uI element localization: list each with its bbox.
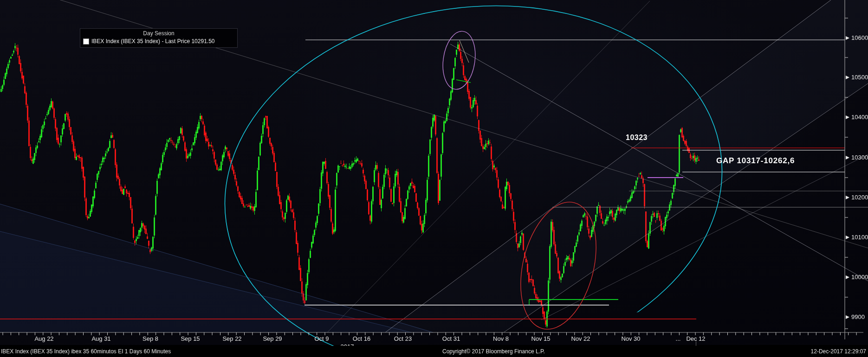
chart-legend[interactable]: Day Session IBEX Index (IBEX 35 Index) -… [80, 28, 238, 48]
x-axis-minor-ticks [3, 332, 856, 335]
x-axis-label: Nov 15 [525, 335, 557, 342]
legend-title: Day Session [80, 30, 237, 37]
trendline-asc-1[interactable] [385, 0, 831, 332]
y-axis-label: 10300 [851, 154, 868, 161]
annotation-overlay [0, 0, 868, 357]
x-axis-label: Oct 31 [435, 335, 467, 342]
y-axis-tick-arrow [846, 236, 849, 239]
x-axis-label: Nov 30 [615, 335, 647, 342]
x-axis-label: Aug 31 [85, 335, 117, 342]
x-axis-label: Oct 23 [387, 335, 419, 342]
flag-line-upper[interactable] [460, 40, 469, 63]
y-axis-label: 10500 [851, 74, 868, 81]
y-axis-label: 10100 [851, 234, 868, 241]
statusbar-timestamp: 12-Dec-2017 12:29:07 [811, 348, 866, 355]
x-axis-label: Nov 8 [485, 335, 517, 342]
x-axis-label: Sep 29 [256, 335, 289, 342]
y-axis-label: 10400 [851, 114, 868, 121]
rising-channel-glow [385, 0, 868, 332]
y-axis-tick-arrow [846, 156, 849, 159]
y-axis-label: 10600 [851, 34, 868, 41]
y-axis-tick-arrow [846, 315, 849, 319]
price-chart-pane[interactable]: Day Session IBEX Index (IBEX 35 Index) -… [0, 0, 868, 345]
price-level-annotation-10323[interactable]: 10323 [626, 134, 648, 142]
statusbar-copyright: Copyright© 2017 Bloomberg Finance L.P. [442, 348, 545, 355]
gap-annotation-label[interactable]: GAP 10317-10262,6 [716, 156, 795, 166]
statusbar-security-description: IBEX Index (IBEX 35 Index) ibex 35 60min… [1, 348, 171, 355]
y-axis-label: 10200 [851, 194, 868, 201]
y-axis-label: 9900 [851, 313, 865, 320]
x-axis-label: Oct 16 [345, 335, 378, 342]
y-axis-tick-arrow [846, 196, 849, 199]
y-axis-tick-arrow [846, 115, 849, 119]
x-axis-label: Sep 15 [174, 335, 207, 342]
x-axis-label: Aug 22 [28, 335, 60, 342]
status-bar: IBEX Index (IBEX 35 Index) ibex 35 60min… [0, 346, 868, 357]
x-axis-label: Oct 9 [305, 335, 338, 342]
y-axis-label: 10000 [851, 274, 868, 280]
x-axis-label: Sep 8 [134, 335, 167, 342]
series-swatch-icon [83, 38, 89, 45]
bloomberg-chart-window: Day Session IBEX Index (IBEX 35 Index) -… [0, 0, 868, 357]
x-axis-label: Sep 22 [216, 335, 248, 342]
purple-ellipse-annotation[interactable] [440, 29, 479, 91]
y-axis-tick-arrow [846, 275, 849, 279]
legend-series-label: IBEX Index (IBEX 35 Index) - Last Price … [91, 38, 214, 45]
x-axis-label: Nov 22 [564, 335, 597, 342]
